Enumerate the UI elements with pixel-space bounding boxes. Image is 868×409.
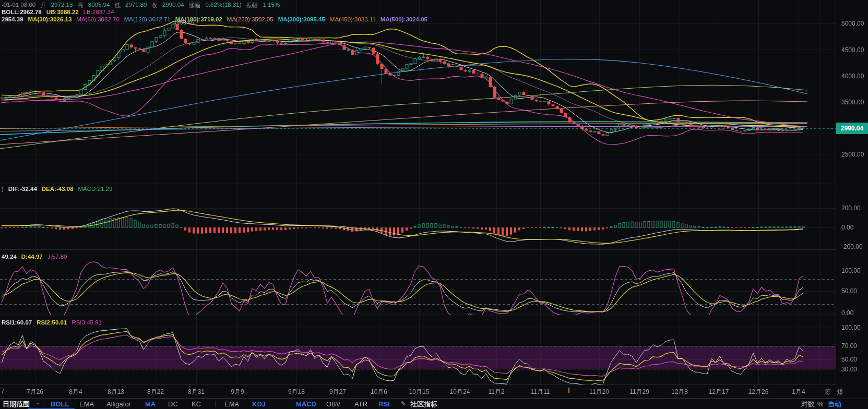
toolbar-scale-option[interactable]: 自动 <box>828 400 841 408</box>
toolbar-item[interactable]: KDJ <box>252 400 266 408</box>
toolbar-item[interactable]: 社区指标 <box>410 400 437 408</box>
toolbar-item[interactable]: EMA <box>224 400 239 408</box>
toolbar-divider <box>215 401 216 407</box>
edit-icon[interactable]: ✎ <box>401 400 406 407</box>
chevron-down-icon[interactable]: ⌄ <box>35 400 40 405</box>
indicator-toolbar: ⌄ ✎ 日期范围BOLLEMAAlligatorMADCKCEMAKDJMACD… <box>0 399 868 409</box>
toolbar-item[interactable]: KC <box>192 400 201 408</box>
toolbar-item[interactable]: BOLL <box>51 400 69 408</box>
toolbar-scale-option[interactable]: % <box>817 400 824 408</box>
toolbar-scale-option[interactable]: 对数 <box>801 400 815 408</box>
toolbar-item[interactable]: DC <box>168 400 178 408</box>
toolbar-item[interactable]: ATR <box>354 400 367 408</box>
toolbar-item[interactable]: EMA <box>79 400 94 408</box>
toolbar-item[interactable]: MA <box>145 400 156 408</box>
toolbar-item[interactable]: 日期范围 <box>3 400 30 408</box>
toolbar-item[interactable]: MACD <box>296 400 316 408</box>
trading-chart-window: { "header": { "line1": [ {"t":"-01-01 08… <box>0 0 868 409</box>
toolbar-item[interactable]: RSI <box>378 400 390 408</box>
toolbar-item[interactable]: OBV <box>326 400 340 408</box>
chart-canvas[interactable] <box>0 0 868 399</box>
toolbar-divider <box>44 401 44 407</box>
toolbar-item[interactable]: Alligator <box>106 400 131 408</box>
